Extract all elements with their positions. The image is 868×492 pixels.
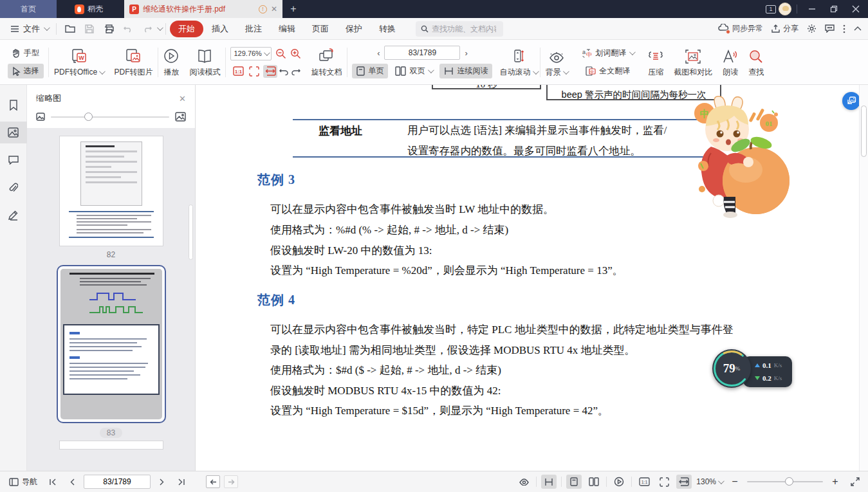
last-page-button[interactable] — [174, 475, 189, 489]
screenshot-compare-button[interactable]: 截图和对比 — [669, 40, 717, 84]
fullscreen-button[interactable] — [847, 475, 863, 489]
restore-button[interactable] — [824, 0, 844, 18]
sidebar-item-comments[interactable] — [0, 149, 27, 171]
new-tab-button[interactable]: + — [282, 0, 304, 18]
settings-gear-icon[interactable] — [807, 24, 817, 33]
hand-tool-button[interactable]: 手型 — [7, 46, 44, 60]
sidebar-item-signature[interactable] — [0, 205, 27, 226]
menu-tab-insert[interactable]: 插入 — [203, 21, 237, 37]
full-translate-button[interactable]: 中 全文翻译 — [581, 64, 634, 78]
tab-document[interactable]: P 维纶通软件操作手册.pdf ! ✕ — [124, 0, 282, 18]
rotate-right-icon[interactable] — [291, 67, 300, 75]
fit-page-status-icon[interactable] — [656, 475, 672, 489]
pdf-page-view[interactable]: 10 秒 beep 警示声的时间间隔为每秒一次 监看地址 用户可以点选 [语法]… — [196, 85, 859, 471]
continuous-mode-icon[interactable] — [541, 475, 557, 489]
menu-tab-protect[interactable]: 保护 — [337, 21, 371, 37]
view-back-button[interactable] — [206, 475, 220, 488]
thumb-size-slider-handle[interactable] — [84, 113, 93, 121]
save-icon[interactable] — [80, 21, 99, 37]
thumbnail-page-84-partial[interactable] — [60, 441, 163, 449]
auto-scroll-button[interactable]: 自动滚动 — [497, 40, 539, 84]
thumbnail-page-83-selected[interactable] — [57, 265, 166, 423]
read-mode-button[interactable]: 阅读模式 — [184, 40, 225, 84]
fit-page-icon[interactable] — [247, 65, 261, 78]
menu-tab-start[interactable]: 开始 — [170, 21, 203, 37]
file-menu-button[interactable]: 文件 — [6, 23, 52, 35]
share-button[interactable]: 分享 — [771, 23, 799, 34]
eye-protect-icon[interactable] — [516, 475, 531, 489]
search-box[interactable] — [416, 21, 503, 37]
next-page-arrow[interactable]: › — [460, 48, 472, 58]
select-tool-button[interactable]: 选择 — [8, 64, 44, 78]
sidebar-item-thumbnails[interactable] — [0, 122, 27, 143]
menu-tab-page[interactable]: 页面 — [304, 21, 337, 37]
prev-page-arrow[interactable]: ‹ — [373, 48, 384, 58]
net-speed-widget[interactable]: 0.1K/s 0.2K/s 79% — [711, 347, 795, 390]
document-scrollbar-thumb[interactable] — [861, 105, 867, 157]
collapse-ribbon-icon[interactable] — [854, 26, 862, 31]
zoom-minus-button[interactable]: − — [727, 475, 743, 489]
thumb-size-slider[interactable] — [51, 116, 169, 118]
navigation-toggle-button[interactable]: 导航 — [5, 475, 41, 489]
toolbar-page-input[interactable] — [384, 46, 460, 60]
read-aloud-button[interactable]: 朗读 — [717, 40, 743, 84]
menu-tab-annotate[interactable]: 批注 — [237, 21, 270, 37]
fit-width-status-icon[interactable] — [676, 475, 692, 489]
print-icon[interactable] — [99, 21, 118, 37]
single-page-mode-icon[interactable] — [566, 475, 582, 489]
prev-page-button[interactable] — [64, 475, 80, 489]
close-button[interactable] — [846, 0, 865, 18]
find-button[interactable]: 查找 — [743, 40, 769, 84]
minimize-button[interactable] — [802, 0, 822, 18]
zoom-slider[interactable] — [747, 481, 823, 482]
single-page-button[interactable]: 单页 — [352, 64, 388, 78]
user-avatar[interactable] — [779, 3, 791, 15]
play-button[interactable]: 播放 — [158, 40, 184, 84]
first-page-button[interactable] — [45, 475, 60, 489]
view-forward-button[interactable] — [224, 475, 238, 488]
sidebar-item-bookmarks[interactable] — [0, 94, 27, 116]
zoom-percent-button[interactable]: 130% — [696, 477, 723, 486]
statusbar-page-input[interactable] — [84, 475, 151, 489]
panel-scrollbar[interactable] — [189, 205, 193, 260]
quickbar-more-icon[interactable] — [157, 24, 163, 31]
tab-docer[interactable]: 稻壳 — [57, 0, 121, 18]
rotate-left-icon[interactable] — [279, 67, 289, 75]
menu-tab-edit[interactable]: 编辑 — [270, 21, 304, 37]
undo-icon[interactable] — [118, 21, 138, 37]
fit-width-icon[interactable] — [263, 65, 277, 78]
pdf-to-office-button[interactable]: W PDF转Office — [49, 40, 109, 84]
thumbnail-page-82[interactable] — [60, 136, 163, 246]
sidebar-item-attachments[interactable] — [0, 177, 27, 199]
workspace-switch-icon[interactable]: 1 — [766, 5, 776, 14]
document-scrollbar[interactable] — [859, 85, 868, 471]
rotate-doc-button[interactable]: 旋转文档 — [306, 40, 347, 84]
menu-tab-convert[interactable]: 转换 — [371, 21, 404, 37]
panel-close-icon[interactable]: ✕ — [179, 94, 186, 104]
doc-warning-icon[interactable]: ! — [259, 5, 267, 14]
double-page-button[interactable]: 双页 — [391, 64, 437, 78]
tab-home[interactable]: 首页 — [0, 0, 57, 18]
actual-size-icon[interactable]: 1:1 — [231, 65, 245, 78]
search-input[interactable] — [432, 24, 496, 33]
continuous-read-button[interactable]: 连续阅读 — [439, 64, 492, 78]
compress-button[interactable]: 压缩 — [643, 40, 669, 84]
open-file-icon[interactable] — [60, 21, 80, 37]
feedback-comment-icon[interactable] — [825, 24, 835, 33]
double-page-mode-icon[interactable] — [586, 475, 602, 489]
zoom-level-combo[interactable]: 129.76% — [230, 47, 272, 60]
zoom-slider-handle[interactable] — [785, 477, 793, 486]
more-menu-icon[interactable] — [843, 24, 845, 33]
zoom-plus-button[interactable]: + — [827, 475, 843, 489]
next-page-button[interactable] — [154, 475, 170, 489]
redo-icon[interactable] — [138, 21, 157, 37]
background-button[interactable]: 背景 — [540, 40, 573, 84]
play-mode-icon[interactable] — [611, 475, 627, 489]
tab-close-icon[interactable]: ✕ — [271, 5, 277, 14]
zoom-in-icon[interactable] — [290, 48, 301, 59]
image-convert-float-button[interactable] — [842, 92, 859, 110]
actual-size-status-icon[interactable]: 1:1 — [636, 475, 652, 489]
pdf-to-image-button[interactable]: PDF转图片 — [109, 40, 158, 84]
word-translate-button[interactable]: a中 划词翻译 — [577, 46, 638, 60]
zoom-out-icon[interactable] — [275, 48, 286, 59]
